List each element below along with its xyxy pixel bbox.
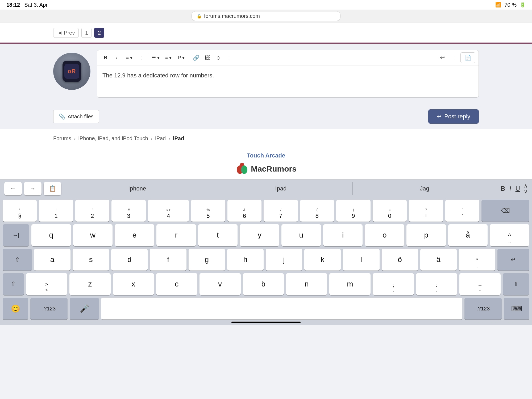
key-numbers-1[interactable]: .?123 — [30, 298, 68, 319]
key-m[interactable]: m — [329, 273, 371, 295]
source-button[interactable]: 📄 — [460, 52, 475, 63]
touch-arcade-title: Touch Arcade — [0, 152, 532, 159]
key-colon[interactable]: : . — [416, 273, 457, 295]
list-button[interactable]: ☰ ▾ — [149, 53, 162, 63]
key-r[interactable]: r — [156, 224, 196, 246]
key-ae[interactable]: ä — [420, 249, 457, 271]
key-0[interactable]: = 0 — [373, 200, 407, 222]
key-shift-right[interactable]: ⇧ — [503, 273, 529, 295]
page-1-button[interactable]: 1 — [81, 28, 92, 38]
key-oe[interactable]: ö — [382, 249, 418, 271]
kb-bold-button[interactable]: B — [501, 185, 505, 192]
key-u[interactable]: u — [281, 224, 321, 246]
down-arrow-button[interactable]: ∨ — [524, 189, 528, 194]
editor-body[interactable]: The 12.9 has a dedicated row for numbers… — [97, 65, 479, 97]
key-aa[interactable]: å — [448, 224, 488, 246]
key-2[interactable]: " 2 — [75, 200, 110, 222]
key-caps[interactable]: ⇧ — [3, 249, 32, 271]
key-g[interactable]: g — [189, 249, 225, 271]
breadcrumb-ipad-1[interactable]: iPad — [155, 135, 166, 142]
reply-section: αR B I ≡ ▾ ⋮ ☰ ▾ ≡ ▾ P ▾ 🔗 🖼 ☺ ⋮ — [0, 44, 532, 105]
key-t[interactable]: t — [198, 224, 238, 246]
key-emoji[interactable]: 😊 — [3, 298, 28, 319]
forward-icon: → — [30, 185, 36, 192]
key-n[interactable]: n — [286, 273, 327, 295]
suggestion-ipad[interactable]: Ipad — [209, 182, 353, 195]
key-tab[interactable]: →| — [3, 224, 29, 246]
key-caret[interactable]: ^ .. — [490, 224, 529, 246]
key-1[interactable]: ! 1 — [39, 200, 73, 222]
url-bar[interactable]: 🔒 forums.macrumors.com — [192, 11, 340, 21]
key-6[interactable]: & 6 — [227, 200, 262, 222]
key-dash[interactable]: – - — [459, 273, 501, 295]
key-v[interactable]: v — [200, 273, 241, 295]
key-return[interactable]: ↵ — [497, 249, 529, 271]
key-plus[interactable]: ? + — [409, 200, 443, 222]
suggestion-iphone[interactable]: Iphone — [65, 182, 209, 195]
kb-italic-button[interactable]: I — [509, 185, 511, 192]
key-apostrophe[interactable]: ` ' — [445, 200, 480, 222]
forward-button[interactable]: → — [24, 182, 41, 195]
key-y[interactable]: y — [240, 224, 279, 246]
breadcrumb-forums[interactable]: Forums — [53, 135, 71, 142]
indent-button[interactable]: ≡ ▾ — [162, 53, 174, 63]
key-j[interactable]: j — [266, 249, 302, 271]
key-mic[interactable]: 🎤 — [70, 298, 99, 319]
clipboard-button[interactable]: 📋 — [44, 182, 61, 195]
key-7[interactable]: / 7 — [264, 200, 298, 222]
key-w[interactable]: w — [73, 224, 113, 246]
key-i[interactable]: i — [323, 224, 363, 246]
breadcrumb-iphone[interactable]: iPhone, iPad, and iPod Touch — [78, 135, 148, 142]
key-3[interactable]: # 3 — [111, 200, 146, 222]
key-backspace[interactable]: ⌫ — [481, 200, 529, 222]
more-right-button[interactable]: ⋮ — [449, 53, 459, 63]
paragraph-button[interactable]: P ▾ — [175, 53, 187, 63]
emoji-button[interactable]: ☺ — [213, 53, 224, 63]
key-b[interactable]: b — [243, 273, 284, 295]
undo-button[interactable]: ↩ — [437, 53, 448, 63]
key-section[interactable]: ° § — [3, 200, 37, 222]
key-asterisk[interactable]: * , — [459, 249, 495, 271]
key-a[interactable]: a — [34, 249, 70, 271]
key-c[interactable]: c — [156, 273, 197, 295]
key-x[interactable]: x — [113, 273, 154, 295]
kb-underline-button[interactable]: U — [516, 185, 520, 192]
image-button[interactable]: 🖼 — [202, 53, 213, 63]
page-2-button[interactable]: 2 — [94, 28, 104, 38]
key-shift-left[interactable]: ⇧ — [3, 273, 24, 295]
prev-button[interactable]: ◄ Prev — [53, 28, 79, 38]
up-arrow-button[interactable]: ∧ — [524, 183, 528, 188]
key-4[interactable]: k r 4 — [148, 200, 189, 222]
key-f[interactable]: f — [150, 249, 186, 271]
key-p[interactable]: p — [406, 224, 446, 246]
breadcrumb: Forums › iPhone, iPad, and iPod Touch › … — [0, 129, 532, 147]
key-o[interactable]: o — [365, 224, 404, 246]
back-button[interactable]: ← — [4, 182, 22, 195]
post-reply-button[interactable]: ↩ Post reply — [428, 109, 479, 124]
key-s[interactable]: s — [73, 249, 109, 271]
key-numbers-2[interactable]: .?123 — [464, 298, 502, 319]
suggestion-jag[interactable]: Jag — [353, 182, 496, 195]
key-9[interactable]: ) 9 — [336, 200, 371, 222]
key-h[interactable]: h — [227, 249, 264, 271]
key-l[interactable]: l — [343, 249, 379, 271]
link-button[interactable]: 🔗 — [191, 53, 201, 63]
browser-chrome: 🔒 forums.macrumors.com — [0, 10, 532, 23]
key-keyboard[interactable]: ⌨ — [504, 298, 529, 319]
key-z[interactable]: z — [69, 273, 111, 295]
more-button[interactable]: ⋮ — [136, 53, 146, 63]
key-q[interactable]: q — [31, 224, 71, 246]
key-k[interactable]: k — [304, 249, 341, 271]
italic-button[interactable]: I — [111, 53, 122, 63]
align-button[interactable]: ≡ ▾ — [123, 53, 136, 63]
attach-files-button[interactable]: 📎 Attach files — [53, 110, 99, 123]
key-8[interactable]: ( 8 — [300, 200, 334, 222]
more-button-2[interactable]: ⋮ — [224, 53, 234, 63]
key-d[interactable]: d — [111, 249, 148, 271]
key-space[interactable] — [101, 298, 462, 319]
key-angle[interactable]: > < — [26, 273, 67, 295]
key-e[interactable]: e — [115, 224, 154, 246]
key-5[interactable]: % 5 — [191, 200, 225, 222]
key-semicolon[interactable]: ; , — [373, 273, 414, 295]
bold-button[interactable]: B — [100, 53, 111, 63]
